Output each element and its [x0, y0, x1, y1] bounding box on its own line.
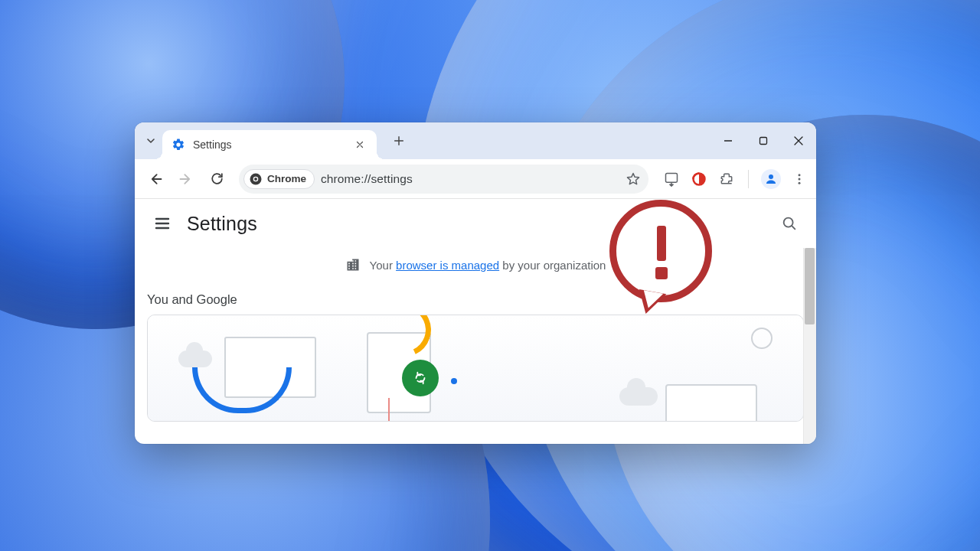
hamburger-icon: [153, 214, 172, 233]
plus-icon: [393, 135, 405, 147]
bookmark-button[interactable]: [626, 171, 641, 187]
illustration-cloud: [178, 350, 212, 367]
arrow-right-icon: [178, 171, 194, 187]
reload-button[interactable]: [204, 166, 230, 192]
svg-rect-4: [666, 173, 678, 182]
extensions-button[interactable]: [717, 170, 736, 188]
managed-notice: Your browser is managed by your organiza…: [135, 248, 816, 282]
tab-settings[interactable]: Settings: [162, 130, 377, 159]
building-icon: [345, 257, 361, 272]
illustration-arc-blue: [192, 367, 292, 413]
close-icon: [794, 136, 803, 145]
gear-icon: [172, 138, 185, 152]
scrollbar-thumb[interactable]: [805, 248, 815, 324]
illustration-ring: [751, 328, 773, 349]
site-chip-label: Chrome: [267, 173, 306, 184]
illustration-rect-2: [665, 384, 757, 422]
chrome-window: Settings: [135, 122, 816, 444]
maximize-icon: [759, 136, 768, 145]
settings-search-button[interactable]: [781, 215, 798, 232]
close-icon: [355, 140, 364, 149]
managed-link[interactable]: browser is managed: [396, 259, 499, 272]
svg-point-9: [799, 181, 801, 184]
forward-button[interactable]: [173, 166, 199, 192]
tab-search-button[interactable]: [139, 129, 162, 152]
chrome-icon: [249, 172, 263, 186]
window-minimize-button[interactable]: [710, 122, 746, 159]
settings-page: Settings Your browser is managed by your…: [135, 199, 816, 444]
reload-icon: [210, 171, 224, 186]
window-maximize-button[interactable]: [746, 122, 781, 159]
extension-adblock[interactable]: [690, 170, 708, 188]
window-close-button[interactable]: [781, 122, 816, 159]
page-title: Settings: [187, 213, 257, 235]
search-icon: [781, 215, 798, 232]
shield-o-icon: [691, 171, 707, 187]
sync-promo-card[interactable]: [147, 315, 804, 422]
illustration-sync-dot: [402, 360, 439, 396]
svg-point-7: [799, 174, 801, 176]
illustration-dot: [451, 378, 457, 384]
person-icon: [764, 172, 778, 186]
new-tab-button[interactable]: [387, 129, 410, 152]
chevron-down-icon: [145, 135, 157, 147]
svg-point-3: [254, 178, 257, 181]
toolbar-divider: [748, 170, 749, 188]
image-download-icon: [664, 171, 679, 187]
puzzle-icon: [719, 171, 734, 187]
url-text: chrome://settings: [321, 172, 619, 186]
settings-header: Settings: [135, 199, 816, 248]
kebab-icon: [792, 172, 806, 186]
back-button[interactable]: [142, 166, 168, 192]
extensions-row: [662, 169, 808, 189]
window-controls: [710, 122, 816, 159]
illustration-line-red: [388, 398, 390, 422]
minimize-icon: [724, 136, 733, 145]
tab-strip: Settings: [135, 122, 816, 159]
arrow-left-icon: [148, 171, 163, 187]
chrome-menu-button[interactable]: [790, 170, 808, 188]
section-you-and-google-title: You and Google: [135, 282, 816, 315]
settings-menu-button[interactable]: [153, 214, 172, 233]
svg-rect-0: [760, 138, 767, 145]
address-bar[interactable]: Chrome chrome://settings: [239, 165, 648, 194]
site-chip[interactable]: Chrome: [243, 169, 315, 189]
profile-button[interactable]: [761, 169, 781, 189]
toolbar: Chrome chrome://settings: [135, 159, 816, 199]
extension-png[interactable]: [662, 170, 681, 188]
star-icon: [626, 171, 641, 187]
illustration-cloud-2: [619, 387, 658, 406]
tab-close-button[interactable]: [352, 137, 368, 152]
tab-title: Settings: [193, 139, 345, 151]
svg-point-6: [769, 174, 773, 179]
managed-text: Your browser is managed by your organiza…: [370, 259, 606, 272]
sync-icon: [412, 370, 429, 386]
svg-point-8: [799, 178, 801, 180]
